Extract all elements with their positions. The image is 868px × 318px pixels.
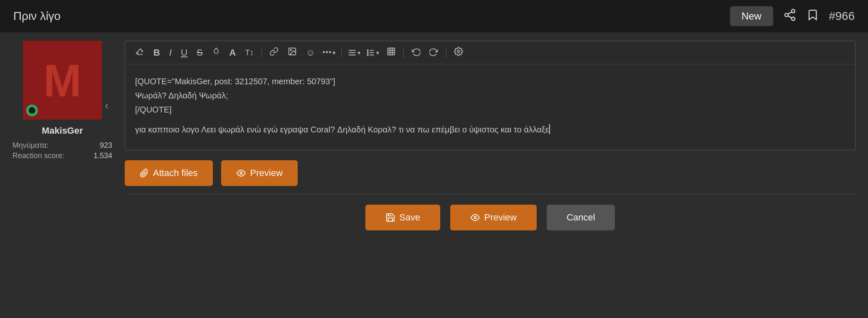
eye-icon-top	[236, 169, 246, 178]
dropper-button[interactable]	[209, 45, 224, 60]
topbar-title: Πριν λίγο	[13, 10, 61, 23]
svg-rect-16	[388, 48, 395, 55]
editor-line2: Ψωράλ? Δηλαδή Ψωράλ;	[135, 88, 845, 103]
svg-point-1	[785, 13, 788, 17]
save-icon	[385, 213, 395, 223]
topbar: Πριν λίγο New #966	[0, 0, 868, 32]
bookmark-icon[interactable]	[806, 8, 819, 24]
svg-point-21	[457, 50, 460, 53]
editor-box: B I U S A T↕	[125, 41, 856, 150]
save-row: Save Preview Cancel	[125, 195, 856, 235]
editor-wrapper: B I U S A T↕	[125, 41, 856, 235]
toolbar: B I U S A T↕	[125, 41, 855, 64]
more-button[interactable]: ••• ▾	[321, 46, 337, 59]
eye-icon-bottom	[470, 213, 480, 222]
text-cursor	[549, 124, 550, 134]
list-button[interactable]: ▾	[365, 46, 381, 59]
settings-button[interactable]	[451, 45, 466, 60]
editor-line1: [QUOTE="MakisGer, post: 3212507, member:…	[135, 74, 845, 88]
svg-point-14	[367, 52, 368, 53]
italic-button[interactable]: I	[166, 46, 175, 60]
sidebar: M MakisGer Μηνύματα: 923 Reaction score:…	[12, 41, 112, 235]
preview-button-top[interactable]: Preview	[221, 160, 298, 186]
strikethrough-button[interactable]: S	[193, 46, 206, 60]
svg-point-23	[474, 216, 476, 219]
svg-point-0	[792, 9, 795, 12]
redo-button[interactable]	[426, 45, 442, 60]
avatar-status	[26, 105, 38, 116]
editor-line4: για καπποιο λογο Λεει ψωράλ ενώ εγώ εγρα…	[135, 125, 549, 134]
underline-button[interactable]: U	[178, 46, 191, 60]
attach-files-button[interactable]: Attach files	[125, 160, 213, 186]
svg-line-4	[788, 12, 792, 14]
svg-point-15	[367, 54, 368, 56]
editor-line3: [/QUOTE]	[135, 103, 845, 117]
username: MakisGer	[42, 125, 83, 136]
align-button[interactable]: ▾	[346, 46, 362, 59]
paperclip-icon	[140, 169, 149, 178]
eraser-button[interactable]	[132, 45, 148, 60]
svg-point-13	[367, 50, 368, 51]
link-button[interactable]	[266, 45, 282, 60]
font-size-button[interactable]: T↕	[242, 46, 257, 59]
font-color-button[interactable]: A	[226, 46, 239, 60]
save-button[interactable]: Save	[365, 205, 440, 230]
avatar-letter: M	[43, 54, 81, 107]
preview-button-bottom[interactable]: Preview	[450, 205, 537, 230]
svg-line-3	[788, 16, 792, 18]
table-button[interactable]	[383, 45, 399, 60]
user-stats: Μηνύματα: 923 Reaction score: 1.534	[12, 140, 112, 161]
svg-point-6	[290, 49, 291, 51]
post-number: #966	[829, 10, 855, 23]
stat-value-reaction: 1.534	[94, 152, 112, 160]
image-button[interactable]	[284, 45, 300, 60]
svg-point-22	[240, 172, 242, 174]
editor-content[interactable]: [QUOTE="MakisGer, post: 3212507, member:…	[125, 64, 855, 150]
bold-button[interactable]: B	[150, 46, 163, 60]
stat-label-reaction: Reaction score:	[12, 152, 64, 160]
new-button[interactable]: New	[730, 6, 773, 26]
undo-button[interactable]	[408, 45, 424, 60]
emoji-button[interactable]: ☺	[303, 46, 318, 60]
cancel-button[interactable]: Cancel	[547, 205, 615, 230]
svg-point-2	[792, 17, 795, 20]
stat-label-messages: Μηνύματα:	[12, 141, 49, 150]
collapse-arrow[interactable]: ‹	[105, 99, 108, 112]
avatar: M	[23, 41, 102, 120]
attach-preview-row: Attach files Preview	[125, 150, 856, 195]
stat-value-messages: 923	[100, 141, 112, 150]
share-icon[interactable]	[783, 8, 796, 24]
